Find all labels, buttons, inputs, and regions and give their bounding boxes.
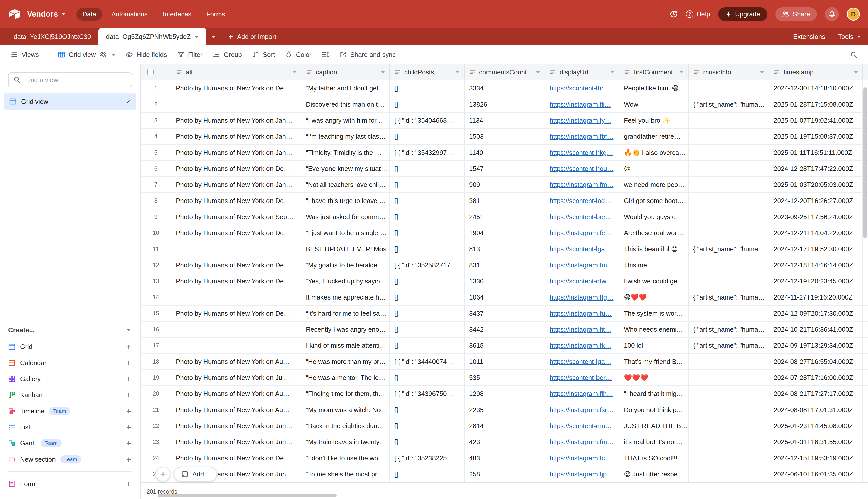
cell-musicInfo[interactable]: { "artist_name": "huma… (689, 321, 769, 337)
cell-displayUrl[interactable]: https://instagram.fm… (545, 177, 619, 193)
cell-timestamp[interactable]: 2025-01-31T18:31:55.000Z (769, 434, 863, 450)
user-avatar[interactable]: D (847, 8, 860, 21)
cell-childPosts[interactable]: [ { "id": "35238225… (390, 450, 464, 466)
cell-timestamp[interactable]: 2024-07-28T17:16:00.000Z (769, 370, 863, 386)
add-view-plus-icon[interactable]: + (126, 455, 131, 464)
column-header-childPosts[interactable]: childPosts (390, 64, 464, 80)
cell-firstComment[interactable]: it’s real but it’s not… (619, 434, 689, 450)
cell-commentsCount[interactable]: 423 (464, 434, 545, 450)
add-view-plus-icon[interactable]: + (126, 407, 131, 415)
cell-musicInfo[interactable] (689, 193, 769, 208)
table-row[interactable]: 12Photo by Humans of New York on De…“My … (141, 257, 868, 273)
add-view-plus-icon[interactable]: + (126, 480, 131, 488)
table-row[interactable]: 9Photo by Humans of New York on Sep…Was … (141, 209, 868, 225)
cell-displayUrl[interactable]: https://scontent-ber… (545, 209, 619, 224)
cell-childPosts[interactable]: [ { "id": "35432997… (390, 145, 464, 160)
cell-childPosts[interactable]: [] (390, 241, 464, 257)
cell-childPosts[interactable]: [] (390, 273, 464, 289)
url-link[interactable]: https://scontent-lhr… (549, 84, 610, 92)
cell-firstComment[interactable]: Wow (619, 97, 689, 112)
cell-musicInfo[interactable] (689, 145, 769, 160)
table-row[interactable]: 10Photo by Humans of New York on De…“I j… (141, 225, 868, 241)
cell-displayUrl[interactable]: https://scontent-lhr… (545, 81, 619, 96)
cell-timestamp[interactable]: 2024-08-08T17:01:31.000Z (769, 402, 863, 417)
cell-firstComment[interactable]: Do you not think p… (619, 402, 689, 417)
extensions-button[interactable]: Extensions (793, 33, 825, 41)
url-link[interactable]: https://scontent-hkg… (549, 149, 613, 156)
cell-caption[interactable]: Recently I was angry eno… (301, 321, 390, 337)
cell-commentsCount[interactable]: 3334 (464, 81, 545, 96)
add-or-import-button[interactable]: + Add or import (221, 28, 283, 45)
cell-firstComment[interactable]: Are these real wor… (619, 225, 689, 241)
url-link[interactable]: https://scontent-ma… (549, 422, 611, 430)
cell-commentsCount[interactable]: 2451 (464, 209, 545, 224)
cell-firstComment[interactable]: 🔥👏 I also overca… (619, 145, 689, 160)
cell-commentsCount[interactable]: 2235 (464, 402, 545, 417)
cell-alt[interactable]: Photo by Humans of New York on Jan… (171, 434, 301, 450)
url-link[interactable]: https://scontent-lga… (549, 358, 611, 365)
cell-alt[interactable]: Photo by Humans of New York on Sep… (171, 209, 301, 224)
cell-childPosts[interactable]: [ { "id": "352582717… (390, 257, 464, 273)
url-link[interactable]: https://instagram.fli… (549, 100, 611, 108)
views-toggle-button[interactable]: Views (6, 48, 44, 61)
cell-commentsCount[interactable]: 1140 (464, 145, 545, 160)
cell-commentsCount[interactable]: 1330 (464, 273, 545, 289)
cell-caption[interactable]: “Everyone knew my situat… (301, 161, 390, 177)
url-link[interactable]: https://instagram.fy… (549, 117, 611, 124)
sidebar-view-grid-view[interactable]: Grid view ✓ (4, 94, 136, 110)
nav-tab-interfaces[interactable]: Interfaces (157, 8, 197, 21)
nav-tab-data[interactable]: Data (76, 8, 102, 21)
cell-alt[interactable] (171, 338, 301, 353)
cell-firstComment[interactable]: ❤️❤️❤️ (619, 370, 689, 386)
add-view-plus-icon[interactable]: + (126, 423, 131, 431)
cell-alt[interactable]: Photo by Humans of New York on Au… (171, 402, 301, 417)
cell-childPosts[interactable]: [ { "id": "35404668… (390, 112, 464, 128)
workspace-switcher[interactable]: Vendors (27, 10, 65, 19)
cell-caption[interactable]: “Not all teachers love chil… (301, 177, 390, 193)
tools-button[interactable]: Tools (838, 33, 861, 41)
cell-firstComment[interactable]: This is beautiful 😊 (619, 241, 689, 257)
cell-displayUrl[interactable]: https://scontent-hkg… (545, 145, 619, 160)
url-link[interactable]: https://scontent-lga… (549, 245, 611, 253)
cell-timestamp[interactable]: 2024-12-19T20:23:45.000Z (769, 273, 863, 289)
notifications-button[interactable] (825, 7, 839, 21)
cell-caption[interactable]: “I was angry with him for … (301, 112, 390, 128)
cell-caption[interactable]: “I have this urge to leave … (301, 193, 390, 208)
cell-timestamp[interactable]: 2025-01-19T15:08:37.000Z (769, 129, 863, 144)
cell-caption[interactable]: “I just want to be a single … (301, 225, 390, 241)
cell-alt[interactable] (171, 290, 301, 305)
cell-firstComment[interactable]: Girl got some boot… (619, 193, 689, 208)
cell-timestamp[interactable]: 2024-08-21T17:27:17.000Z (769, 386, 863, 402)
cell-firstComment[interactable]: “I heard that it mig… (619, 386, 689, 402)
cell-caption[interactable]: “To me she’s the most pr… (301, 466, 390, 482)
share-button[interactable]: Share (775, 7, 817, 21)
cell-caption[interactable]: “My train leaves in twenty… (301, 434, 390, 450)
cell-childPosts[interactable]: [] (390, 161, 464, 177)
cell-displayUrl[interactable]: https://instagram.fm… (545, 257, 619, 273)
cell-caption[interactable]: “It’s hard for me to feel sa… (301, 305, 390, 321)
cell-firstComment[interactable]: grandfather retire… (619, 129, 689, 144)
cell-musicInfo[interactable]: { "artist_name": "huma… (689, 97, 769, 112)
cell-childPosts[interactable]: [] (390, 338, 464, 353)
cell-firstComment[interactable]: People like him. 😄 (619, 81, 689, 96)
table-row[interactable]: 1Photo by Humans of New York on De…“My f… (141, 81, 868, 97)
cell-caption[interactable]: Was just asked for comm… (301, 209, 390, 224)
color-button[interactable]: Color (280, 48, 316, 61)
cell-timestamp[interactable]: 2024-12-18T14:16:14.000Z (769, 257, 863, 273)
table-row[interactable]: 7Photo by Humans of New York on Jan…“Not… (141, 177, 868, 193)
column-header-commentsCount[interactable]: commentsCount (464, 64, 545, 80)
table-row[interactable]: 25Photo by Humans of New York on Jun…“To… (141, 466, 868, 483)
cell-musicInfo[interactable] (689, 466, 769, 482)
create-item-gantt[interactable]: GanttTeam+ (0, 435, 140, 451)
column-header-musicInfo[interactable]: musicInfo (689, 64, 769, 80)
cell-caption[interactable]: BEST UPDATE EVER! Mos… (301, 241, 390, 257)
cell-caption[interactable]: It makes me appreciate h… (301, 290, 390, 305)
cell-childPosts[interactable]: [] (390, 209, 464, 224)
cell-firstComment[interactable]: This me. (619, 257, 689, 273)
url-link[interactable]: https://scontent-ber… (549, 374, 612, 381)
cell-timestamp[interactable]: 2025-01-23T14:45:08.000Z (769, 418, 863, 434)
table-row[interactable]: 6Photo by Humans of New York on De…“Ever… (141, 161, 868, 177)
cell-alt[interactable]: Photo by Humans of New York on Au… (171, 386, 301, 402)
url-link[interactable]: https://instagram.fjp… (549, 470, 613, 478)
table-row[interactable]: 20Photo by Humans of New York on Au…“Fin… (141, 386, 868, 402)
